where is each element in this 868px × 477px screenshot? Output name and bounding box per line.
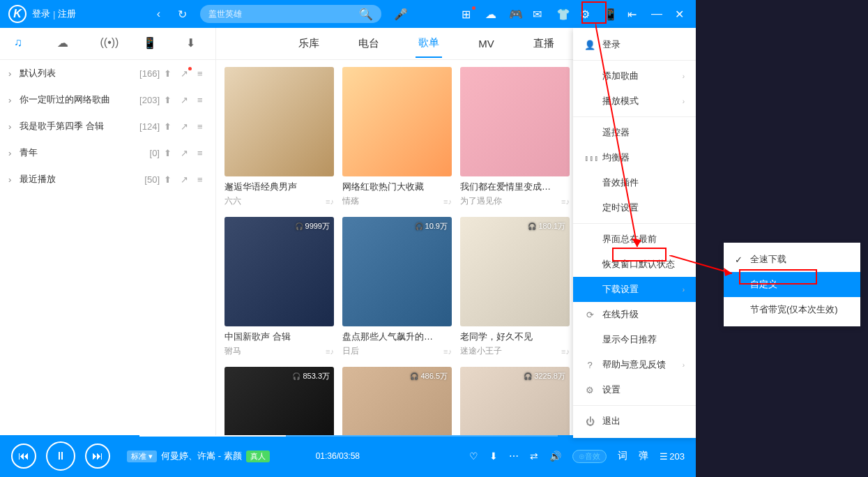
menu-icon[interactable]: ≡ — [197, 121, 207, 131]
prev-button[interactable]: ⏮ — [11, 444, 36, 469]
card-cover[interactable] — [460, 67, 570, 176]
card-cover[interactable] — [224, 67, 334, 176]
register-link[interactable]: 注册 — [58, 8, 76, 20]
progress-bar[interactable] — [139, 435, 558, 437]
dd-always-top[interactable]: 界面总在最前 — [573, 227, 696, 252]
dd-exit[interactable]: ⏻退出 — [573, 409, 696, 434]
mail-icon[interactable]: ✉ — [533, 8, 545, 20]
live-badge: 真人 — [246, 450, 270, 462]
cloud-tab-icon[interactable]: ☁ — [57, 36, 73, 52]
dd-help[interactable]: ?帮助与意见反馈› — [573, 352, 696, 377]
search-box[interactable]: 🔍 — [200, 5, 381, 23]
search-icon[interactable]: 🔍 — [359, 8, 373, 21]
card-cover[interactable]: 9999万 — [224, 217, 334, 326]
playlist-item[interactable]: › 我是歌手第四季 合辑 [124] ⬆ ↗ ≡ — [0, 113, 215, 139]
playlist-card[interactable]: 邂逅华语经典男声 六六≡♪ — [224, 67, 334, 207]
sm-full-speed[interactable]: ✓全速下载 — [724, 247, 860, 272]
main-tab-2[interactable]: 歌单 — [416, 29, 442, 58]
close-icon[interactable]: ✕ — [675, 8, 687, 20]
pin-icon[interactable]: ⬆ — [164, 121, 174, 131]
share-icon[interactable]: ↗ — [181, 121, 190, 131]
card-title: 网络红歌热门大收藏 — [342, 181, 452, 193]
download-tab-icon[interactable]: ⬇ — [186, 36, 201, 52]
more-icon[interactable]: ⋯ — [509, 450, 519, 462]
dd-download-settings[interactable]: 下载设置› — [573, 277, 696, 302]
playlist-card[interactable]: 180.1万 老同学，好久不见 迷途小王子≡♪ — [460, 217, 570, 357]
mic-icon[interactable]: 🎤 — [394, 8, 406, 20]
dd-settings[interactable]: ⚙设置 — [573, 377, 696, 402]
search-input[interactable] — [208, 9, 359, 19]
card-cover[interactable] — [342, 67, 452, 176]
play-pause-button[interactable]: ⏸ — [46, 441, 75, 471]
menu-icon[interactable]: ≡ — [197, 174, 207, 184]
login-link[interactable]: 登录 — [32, 8, 50, 20]
volume-icon[interactable]: 🔊 — [549, 450, 561, 462]
share-icon[interactable]: ↗ — [181, 95, 190, 105]
card-cover[interactable]: 180.1万 — [460, 217, 570, 326]
playlist-item[interactable]: › 青年 [0] ⬆ ↗ ≡ — [0, 139, 215, 166]
pin-icon[interactable]: ⬆ — [164, 95, 174, 105]
main-tab-0[interactable]: 乐库 — [296, 30, 322, 57]
share-icon[interactable]: ↗ — [181, 68, 190, 78]
lyric-button[interactable]: 词 — [618, 450, 627, 462]
app-logo[interactable]: K — [8, 5, 26, 23]
menu-icon[interactable]: ≡ — [197, 95, 207, 105]
playlist-card[interactable]: 10.9万 盘点那些人气飙升的… 日后≡♪ — [342, 217, 452, 357]
queue-button[interactable]: ☰203 — [660, 451, 685, 462]
mini-icon[interactable]: ⇤ — [627, 8, 640, 20]
main-tab-3[interactable]: MV — [475, 31, 497, 56]
card-cover[interactable]: 10.9万 — [342, 217, 452, 326]
repeat-icon[interactable]: ⇄ — [530, 450, 538, 462]
quality-badge[interactable]: 标准 ▾ — [127, 450, 157, 462]
dd-equalizer[interactable]: ⫾⫾⫾均衡器 — [573, 145, 696, 170]
apps-icon[interactable]: ⊞ — [462, 8, 474, 20]
main-tab-4[interactable]: 直播 — [531, 30, 557, 57]
playlist-card[interactable]: 9999万 中国新歌声 合辑 驸马≡♪ — [224, 217, 334, 357]
dd-play-mode[interactable]: 播放模式› — [573, 89, 696, 114]
pin-icon[interactable]: ⬆ — [164, 174, 174, 184]
pin-icon[interactable]: ⬆ — [164, 148, 174, 158]
dd-add-song[interactable]: 添加歌曲› — [573, 63, 696, 89]
track-title[interactable]: 何曼婷、许嵩 - 素颜 — [161, 450, 242, 462]
sm-custom[interactable]: 自定义 — [724, 272, 860, 297]
sound-effect-button[interactable]: ⊙音效 — [572, 450, 607, 463]
dd-login[interactable]: 👤登录 — [573, 32, 696, 57]
game-icon[interactable]: 🎮 — [509, 8, 521, 20]
phone-tab-icon[interactable]: 📱 — [143, 36, 158, 52]
theme-icon[interactable]: 👕 — [556, 8, 569, 20]
phone-icon[interactable]: 📱 — [604, 8, 616, 20]
playlist-card[interactable]: 我们都在爱情里变成… 为了遇见你≡♪ — [460, 67, 570, 207]
playlist-item[interactable]: › 默认列表 [166] ⬆ ↗ ≡ — [0, 60, 215, 86]
playlist-card[interactable]: 网络红歌热门大收藏 情殇≡♪ — [342, 67, 452, 207]
danmu-button[interactable]: 弹 — [639, 450, 648, 462]
playlist-item[interactable]: › 最近播放 [50] ⬆ ↗ ≡ — [0, 166, 215, 192]
refresh-button[interactable]: ↻ — [175, 7, 189, 21]
card-subtitle: 情殇 — [342, 195, 359, 207]
playlist-item[interactable]: › 你一定听过的网络歌曲 [203] ⬆ ↗ ≡ — [0, 86, 215, 113]
menu-icon[interactable]: ≡ — [197, 68, 207, 78]
player-bar: ⏮ ⏸ ⏭ 标准 ▾ 何曼婷、许嵩 - 素颜 真人 01:36/03:58 ♡ … — [0, 435, 696, 477]
play-count: 3225.8万 — [524, 371, 565, 381]
cloud-icon[interactable]: ☁ — [485, 8, 498, 20]
sm-save-bandwidth[interactable]: 节省带宽(仅本次生效) — [724, 297, 860, 322]
back-button[interactable]: ‹ — [151, 7, 165, 21]
dd-today-rec[interactable]: 显示今日推荐 — [573, 327, 696, 352]
dd-online-upgrade[interactable]: ⟳在线升级 — [573, 302, 696, 327]
dd-timer[interactable]: 定时设置 — [573, 195, 696, 220]
main-tab-1[interactable]: 电台 — [356, 30, 382, 57]
pin-icon[interactable]: ⬆ — [164, 68, 174, 78]
gear-icon[interactable]: ⚙ — [580, 8, 593, 20]
menu-icon[interactable]: ≡ — [197, 148, 207, 158]
dd-remote[interactable]: 遥控器 — [573, 120, 696, 145]
dd-restore-window[interactable]: 恢复窗口默认状态 — [573, 252, 696, 277]
like-icon[interactable]: ♡ — [469, 450, 478, 462]
music-tab-icon[interactable]: ♫ — [14, 36, 29, 52]
play-count: 180.1万 — [528, 221, 565, 232]
download-icon[interactable]: ⬇ — [489, 450, 498, 462]
share-icon[interactable]: ↗ — [181, 148, 190, 158]
radio-tab-icon[interactable]: ((•)) — [100, 36, 115, 52]
next-button[interactable]: ⏭ — [85, 444, 110, 469]
share-icon[interactable]: ↗ — [181, 174, 190, 184]
dd-audio-plugin[interactable]: 音效插件 — [573, 170, 696, 195]
minimize-icon[interactable]: — — [651, 8, 664, 20]
